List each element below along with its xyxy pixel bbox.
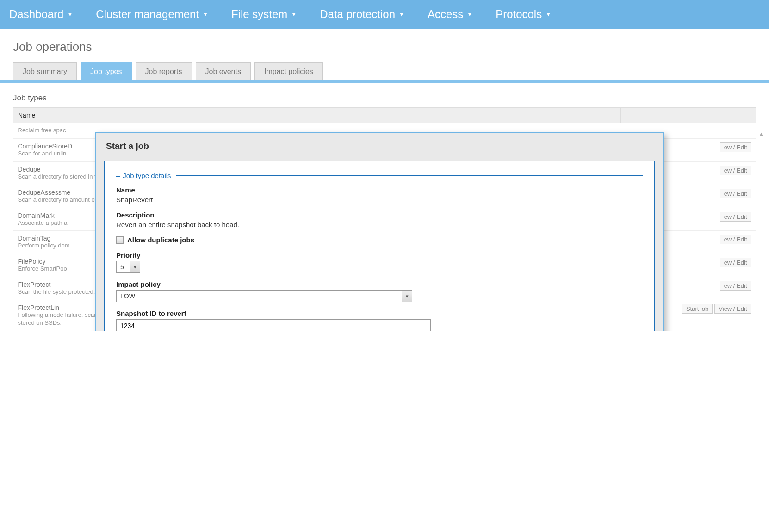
nav-dashboard[interactable]: Dashboard▼ [9, 8, 73, 21]
view-edit-link[interactable]: ew / Edit [720, 142, 751, 152]
view-edit-link[interactable]: ew / Edit [720, 212, 751, 222]
nav-cluster-management[interactable]: Cluster management▼ [96, 8, 208, 21]
tab-job-summary[interactable]: Job summary [13, 62, 77, 80]
view-edit-link[interactable]: ew / Edit [720, 166, 751, 175]
allow-duplicate-checkbox[interactable] [116, 236, 124, 244]
name-value: SnapRevert [116, 196, 643, 204]
description-label: Description [116, 211, 643, 219]
view-edit-link[interactable]: ew / Edit [720, 189, 751, 198]
view-edit-link[interactable]: ew / Edit [720, 281, 751, 291]
chevron-down-icon: ▼ [203, 11, 208, 18]
nav-file-system[interactable]: File system▼ [231, 8, 297, 21]
start-job-dialog: Start a job –Job type details Name SnapR… [95, 132, 664, 331]
fieldset-legend: –Job type details [116, 172, 643, 179]
start-job-link[interactable]: Start job [682, 304, 713, 314]
allow-duplicate-label: Allow duplicate jobs [127, 236, 194, 244]
view-edit-link[interactable]: View / Edit [714, 304, 751, 314]
description-value: Revert an entire snapshot back to head. [116, 221, 643, 229]
chevron-down-icon: ▼ [546, 11, 551, 18]
page-title: Job operations [0, 29, 769, 62]
tab-job-events[interactable]: Job events [196, 62, 251, 80]
nav-data-protection[interactable]: Data protection▼ [320, 8, 404, 21]
name-label: Name [116, 186, 643, 194]
section-title: Job types [0, 83, 769, 107]
impact-policy-select[interactable]: LOW ▾ [116, 290, 412, 302]
priority-label: Priority [116, 251, 643, 259]
chevron-down-icon: ▼ [67, 11, 73, 18]
dialog-body: –Job type details Name SnapRevert Descri… [104, 161, 655, 331]
snapshot-id-label: Snapshot ID to revert [116, 309, 643, 317]
chevron-down-icon: ▼ [467, 11, 472, 18]
snapshot-id-input[interactable] [116, 319, 431, 331]
tab-impact-policies[interactable]: Impact policies [254, 62, 323, 80]
chevron-down-icon: ▼ [291, 11, 297, 18]
tab-job-types[interactable]: Job types [81, 62, 131, 80]
scroll-up-icon[interactable]: ▲ [758, 130, 764, 138]
view-edit-link[interactable]: ew / Edit [720, 258, 751, 267]
priority-select[interactable]: 5 ▾ [116, 261, 140, 273]
tabs: Job summary Job types Job reports Job ev… [0, 62, 769, 83]
nav-access[interactable]: Access▼ [428, 8, 472, 21]
col-name-header[interactable]: Name [13, 108, 408, 123]
impact-policy-label: Impact policy [116, 280, 643, 288]
chevron-down-icon: ▼ [399, 11, 404, 18]
view-edit-link[interactable]: ew / Edit [720, 235, 751, 244]
nav-protocols[interactable]: Protocols▼ [496, 8, 551, 21]
dialog-title: Start a job [104, 139, 655, 161]
chevron-down-icon[interactable]: ▾ [130, 261, 140, 272]
tab-job-reports[interactable]: Job reports [136, 62, 192, 80]
chevron-down-icon[interactable]: ▾ [402, 291, 412, 302]
top-nav: Dashboard▼ Cluster management▼ File syst… [0, 0, 769, 29]
